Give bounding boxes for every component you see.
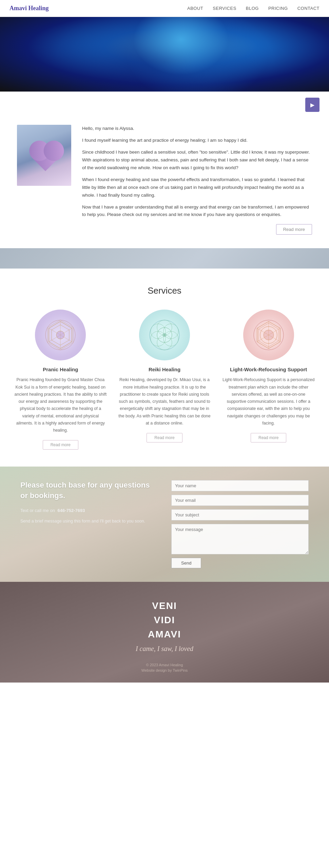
lightwork-read-more[interactable]: Read more	[251, 433, 286, 442]
pranic-read-more[interactable]: Read more	[43, 440, 78, 450]
about-text: Hello, my name is Alyssa. I found myself…	[82, 125, 312, 235]
pranic-icon	[35, 310, 86, 360]
about-para-5: Now that I have a greater understanding …	[82, 203, 312, 219]
contact-name-input[interactable]	[171, 480, 309, 491]
lightwork-geometry	[252, 318, 286, 352]
reiki-desc: Reiki Healing, developed by Dr. Mikao Us…	[118, 376, 212, 427]
nav-pricing[interactable]: PRICING	[268, 6, 288, 11]
nav-logo[interactable]: Amavi Healing	[9, 5, 49, 12]
contact-right: Send	[171, 480, 309, 568]
about-read-more[interactable]: Read more	[276, 224, 312, 235]
service-card-lightwork: Light-Work-Refocusing Support Light-Work…	[221, 310, 315, 450]
lightwork-icon	[243, 310, 294, 360]
services-grid: Pranic Healing Pranic Healing founded by…	[14, 310, 315, 450]
svg-point-16	[162, 333, 167, 337]
footer-design: Website design by TwinPins	[7, 668, 322, 672]
send-button[interactable]: Send	[171, 558, 201, 568]
pranic-desc: Pranic Healing founded by Grand Master C…	[14, 376, 108, 434]
pranic-title: Pranic Healing	[14, 367, 108, 372]
footer-latin: VENI VIDI AMAVI	[7, 599, 322, 642]
hero-banner	[0, 17, 329, 92]
video-section	[0, 92, 329, 118]
about-para-3: Since childhood I have been called a sen…	[82, 149, 312, 172]
about-para-4: When I found energy healing and saw the …	[82, 176, 312, 199]
heart-icon	[32, 143, 60, 171]
contact-email-input[interactable]	[171, 495, 309, 506]
butterfly-overlay	[0, 17, 329, 92]
about-para-1: Hello, my name is Alyssa.	[82, 125, 312, 133]
footer-tagline: I came, I saw, I loved	[7, 645, 322, 653]
contact-subject-input[interactable]	[171, 509, 309, 520]
divider-band	[0, 248, 329, 269]
contact-phone: 646-752-7693	[58, 508, 85, 513]
contact-section: Please touch base for any questions or b…	[0, 467, 329, 582]
nav-about[interactable]: ABOUT	[187, 6, 203, 11]
about-para-2: I found myself learning the art and prac…	[82, 137, 312, 144]
navbar: Amavi Healing ABOUT SERVICES BLOG PRICIN…	[0, 0, 329, 17]
contact-left: Please touch base for any questions or b…	[20, 480, 158, 525]
footer: VENI VIDI AMAVI I came, I saw, I loved ©…	[0, 582, 329, 683]
about-image	[17, 125, 71, 186]
nav-links: ABOUT SERVICES BLOG PRICING CONTACT	[187, 6, 320, 11]
lightwork-title: Light-Work-Refocusing Support	[221, 367, 315, 372]
contact-message: Send a brief message using this form and…	[20, 518, 158, 525]
services-title: Services	[14, 285, 315, 296]
svg-point-7	[56, 331, 64, 339]
service-card-reiki: Reiki Healing Reiki Healing, developed b…	[118, 310, 212, 450]
contact-heading: Please touch base for any questions or b…	[20, 480, 158, 501]
footer-copyright: © 2023 Amavi Healing	[7, 663, 322, 667]
lightwork-desc: Light-Work-Refocusing Support is a perso…	[221, 376, 315, 427]
pranic-geometry	[43, 318, 77, 352]
reiki-icon	[139, 310, 190, 360]
reiki-geometry	[148, 318, 181, 352]
about-section: Hello, my name is Alyssa. I found myself…	[0, 118, 329, 248]
contact-inner: Please touch base for any questions or b…	[0, 467, 329, 582]
video-play-button[interactable]	[305, 98, 320, 112]
contact-phone-label: Text or call me on 646-752-7693	[20, 508, 158, 513]
reiki-title: Reiki Healing	[118, 367, 212, 372]
service-card-pranic: Pranic Healing Pranic Healing founded by…	[14, 310, 108, 450]
nav-services[interactable]: SERVICES	[213, 6, 236, 11]
contact-message-input[interactable]	[171, 524, 309, 554]
reiki-read-more[interactable]: Read more	[147, 433, 182, 442]
nav-contact[interactable]: CONTACT	[297, 6, 320, 11]
services-section: Services Pranic Healing Pranic Healing f…	[0, 269, 329, 467]
nav-blog[interactable]: BLOG	[246, 6, 259, 11]
